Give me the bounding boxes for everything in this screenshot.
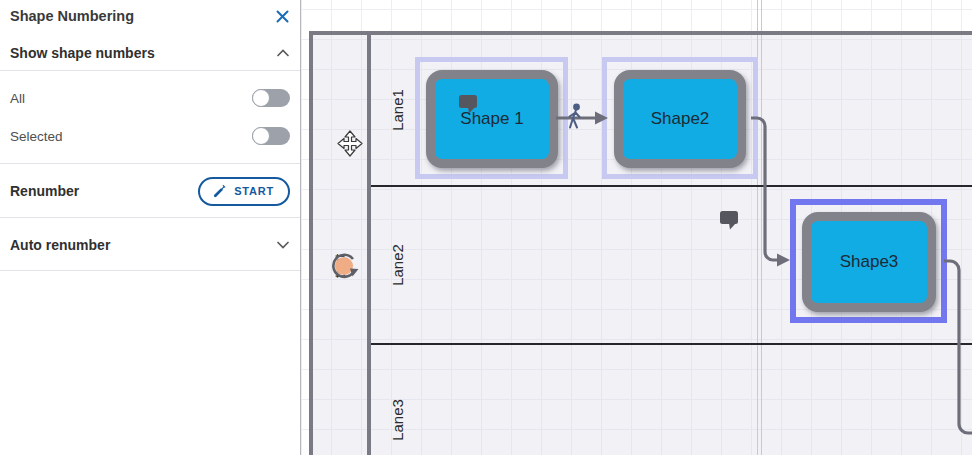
toggle-knob [252, 127, 270, 145]
divider [0, 163, 300, 164]
shape-node-3[interactable]: Shape3 [802, 212, 936, 312]
shape-label: Shape 1 [460, 109, 523, 129]
toggle-knob [252, 89, 270, 107]
all-toggle[interactable] [252, 89, 290, 107]
app-window: Shape Numbering Show shape numbers All S… [0, 0, 972, 455]
lane-label-3[interactable]: Lane3 [387, 370, 407, 455]
pool-border-top[interactable] [309, 31, 972, 35]
selected-label: Selected [10, 129, 63, 144]
lane-divider-1[interactable] [371, 185, 972, 187]
all-label: All [10, 91, 25, 106]
panel-title: Shape Numbering [10, 8, 134, 24]
auto-renumber-label: Auto renumber [10, 237, 110, 253]
chevron-up-icon[interactable] [276, 48, 290, 58]
shape-node-1[interactable]: Shape 1 [426, 70, 558, 168]
diagram-canvas[interactable]: test Lane1 Lane2 Lane3 Shape 1 Shape2 Sh… [300, 0, 972, 455]
toggle-row-all: All [0, 88, 300, 108]
start-renumber-button[interactable]: START [198, 177, 290, 206]
auto-renumber-section[interactable]: Auto renumber [0, 234, 300, 256]
lane-label-1[interactable]: Lane1 [387, 60, 407, 160]
shape-node-2[interactable]: Shape2 [614, 70, 746, 168]
magic-wand-icon [212, 184, 227, 199]
shape-label: Shape2 [651, 109, 710, 129]
divider [0, 217, 300, 218]
divider [0, 70, 300, 71]
lane-divider-2[interactable] [371, 343, 972, 345]
shape-numbering-panel: Shape Numbering Show shape numbers All S… [0, 0, 300, 455]
close-icon[interactable] [275, 9, 290, 24]
pool-title-label[interactable]: test [329, 216, 349, 316]
pool-header-divider[interactable] [367, 35, 371, 455]
show-shape-numbers-section[interactable]: Show shape numbers [0, 42, 300, 64]
toggle-row-selected: Selected [0, 126, 300, 146]
renumber-label: Renumber [10, 183, 79, 199]
show-shape-numbers-label: Show shape numbers [10, 45, 155, 61]
divider [0, 270, 300, 271]
pool-border-left[interactable] [309, 31, 313, 455]
start-button-label: START [234, 185, 274, 197]
selected-toggle[interactable] [252, 127, 290, 145]
chevron-down-icon[interactable] [276, 240, 290, 250]
renumber-row: Renumber START [0, 176, 300, 206]
shape-label: Shape3 [840, 252, 899, 272]
page-break-line [761, 0, 762, 455]
lane-label-2[interactable]: Lane2 [387, 215, 407, 315]
